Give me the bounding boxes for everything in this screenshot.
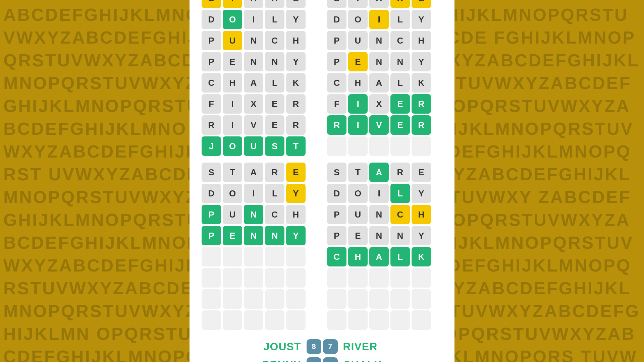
grid-row [327, 136, 442, 156]
grid-cell [412, 310, 431, 330]
grid-cell: E [348, 52, 368, 71]
grid-row [327, 289, 442, 309]
grid-cell: P [327, 52, 346, 71]
grid-cell: R [202, 115, 221, 135]
grid-cell: T [348, 0, 368, 8]
grid-cell: T [348, 163, 368, 182]
grid-cell: E [265, 115, 284, 135]
grid-cell: N [369, 226, 389, 245]
grid-cell: U [348, 205, 368, 224]
score-row-0: JOUST87RIVER [258, 339, 387, 354]
grid-row: PENNY [202, 52, 317, 71]
grid-cell: P [327, 205, 346, 224]
grid-cell: X [244, 94, 263, 114]
grid-cell [286, 268, 306, 288]
grid-cell: C [390, 31, 410, 50]
grids-area: STAREDOILYPUNCHPENNYCHALKFIXERRIVERJOUST… [202, 0, 442, 330]
grid-cell: R [286, 94, 306, 114]
grid-cell: N [369, 52, 389, 71]
grid-cell [412, 136, 431, 156]
grid-cell: A [369, 247, 389, 266]
grid-cell [223, 289, 242, 309]
grid-row: RIVER [202, 115, 317, 135]
grid-cell: S [202, 0, 221, 8]
grid-cell [412, 268, 431, 288]
grid-cell: D [327, 184, 346, 203]
grid-cell: E [265, 94, 284, 114]
grid-cell: H [223, 73, 242, 93]
grid-row: FIXER [202, 94, 317, 114]
grid-row: PUNCH [202, 31, 317, 50]
grid-cell: R [390, 0, 410, 8]
grid-cell: O [348, 10, 368, 29]
grid-cell: I [244, 10, 263, 29]
grid-cell: N [390, 52, 410, 71]
word-label-left: PENNY [258, 359, 301, 362]
grid-cell: I [369, 10, 389, 29]
grid-cell: P [202, 205, 221, 224]
grid-row: CHALK [327, 247, 442, 266]
grid-cell: N [244, 205, 263, 224]
grid-top-left: STAREDOILYPUNCHPENNYCHALKFIXERRIVERJOUST [202, 0, 317, 156]
grid-cell: Y [286, 52, 306, 71]
grid-cell: Y [286, 10, 306, 29]
grid-cell [244, 289, 263, 309]
grid-row [202, 310, 317, 330]
grid-row: PUNCH [327, 205, 442, 224]
grid-cell: H [348, 247, 368, 266]
grid-cell: V [244, 115, 263, 135]
grid-cell: N [244, 52, 263, 71]
score-badge-2: 5 [323, 357, 338, 362]
grid-cell [348, 268, 368, 288]
grid-cell: E [390, 115, 410, 135]
grid-cell [327, 136, 346, 156]
grid-cell: I [244, 184, 263, 203]
grid-cell: N [244, 226, 263, 245]
grid-cell: O [348, 184, 368, 203]
grid-cell: T [286, 136, 306, 156]
grid-cell [286, 289, 306, 309]
grid-cell: Y [412, 10, 431, 29]
grid-cell: A [244, 0, 263, 8]
grid-cell: K [286, 73, 306, 93]
grid-cell: D [202, 10, 221, 29]
grid-row [327, 310, 442, 330]
grid-cell: Y [412, 184, 431, 203]
grid-cell: H [286, 31, 306, 50]
grid-cell: U [223, 205, 242, 224]
grid-cell: J [202, 136, 221, 156]
grid-cell: S [327, 0, 346, 8]
grid-cell: E [223, 226, 242, 245]
grid-row [202, 268, 317, 288]
grid-cell [202, 289, 221, 309]
grid-cell [202, 310, 221, 330]
grid-cell: N [390, 226, 410, 245]
score-badges: 87 [307, 339, 338, 354]
grid-cell: U [244, 136, 263, 156]
grid-cell: L [390, 184, 410, 203]
grid-cell: A [369, 163, 389, 182]
grid-cell [265, 268, 284, 288]
grid-row: CHALK [202, 73, 317, 93]
grid-cell: X [369, 94, 389, 114]
grid-cell: A [369, 0, 389, 8]
grid-cell: L [265, 73, 284, 93]
grid-cell: K [412, 247, 431, 266]
grid-cell: R [412, 94, 431, 114]
grid-cell: C [265, 31, 284, 50]
grid-cell [327, 268, 346, 288]
grid-cell: D [327, 10, 346, 29]
grid-row: PENNY [327, 52, 442, 71]
grid-cell: Y [412, 52, 431, 71]
grid-row: JOUST [202, 136, 317, 156]
score-badges: 45 [307, 357, 338, 362]
grid-cell: N [244, 31, 263, 50]
grid-cell: N [265, 226, 284, 245]
score-badge-1: 8 [307, 339, 321, 354]
grid-row [202, 289, 317, 309]
grid-cell [348, 289, 368, 309]
grid-row: PENNY [202, 226, 317, 245]
grid-cell: R [265, 163, 284, 182]
main-panel: STAREDOILYPUNCHPENNYCHALKFIXERRIVERJOUST… [190, 0, 454, 362]
score-row-1: PENNY45CHALK [258, 357, 387, 362]
